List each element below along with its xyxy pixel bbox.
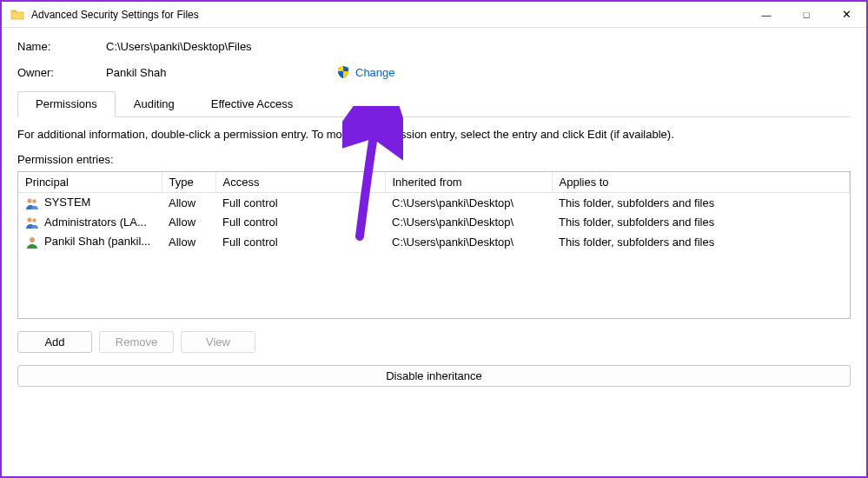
cell-principal: Administrators (LA... [18,213,162,233]
name-label: Name: [17,40,106,53]
owner-value: Pankil Shah [106,66,336,79]
content-area: Name: C:\Users\panki\Desktop\Files Owner… [2,28,866,387]
owner-row: Owner: Pankil Shah Change [17,65,851,79]
principal-text: Pankil Shah (pankil... [44,235,150,248]
cell-type: Allow [162,232,215,252]
tab-permissions[interactable]: Permissions [17,91,116,117]
svg-point-4 [30,237,35,242]
name-row: Name: C:\Users\panki\Desktop\Files [17,40,851,53]
uac-shield-icon [336,65,350,79]
add-button[interactable]: Add [17,331,92,353]
cell-applies: This folder, subfolders and files [552,193,850,213]
cell-access: Full control [215,213,385,233]
view-button: View [181,331,255,353]
table-row[interactable]: Administrators (LA...AllowFull controlC:… [18,213,850,233]
cell-principal: SYSTEM [18,193,162,213]
tab-strip: Permissions Auditing Effective Access [17,91,851,117]
cell-type: Allow [162,193,215,213]
close-button[interactable]: ✕ [826,2,866,27]
col-inherited[interactable]: Inherited from [385,172,552,193]
name-value: C:\Users\panki\Desktop\Files [106,40,252,53]
cell-principal: Pankil Shah (pankil... [18,232,162,252]
svg-point-3 [32,218,36,222]
cell-type: Allow [162,213,215,233]
cell-inherited: C:\Users\panki\Desktop\ [385,232,552,252]
grid-header-row: Principal Type Access Inherited from App… [18,172,850,193]
col-applies[interactable]: Applies to [552,172,850,193]
tab-description: For additional information, double-click… [17,128,851,141]
cell-inherited: C:\Users\panki\Desktop\ [385,213,552,233]
svg-point-1 [32,199,36,202]
cell-inherited: C:\Users\panki\Desktop\ [385,193,552,213]
group-icon [25,196,39,210]
col-principal[interactable]: Principal [18,172,162,193]
folder-icon [10,8,24,22]
group-icon [25,216,39,229]
table-row[interactable]: SYSTEMAllowFull controlC:\Users\panki\De… [18,193,850,213]
principal-text: Administrators (LA... [44,216,147,229]
table-row[interactable]: Pankil Shah (pankil...AllowFull controlC… [18,232,850,252]
entries-label: Permission entries: [17,153,851,166]
col-access[interactable]: Access [215,172,385,193]
principal-text: SYSTEM [44,196,90,209]
remove-button: Remove [99,331,174,353]
title-bar: Advanced Security Settings for Files — □… [2,2,866,28]
owner-label: Owner: [17,66,106,79]
cell-applies: This folder, subfolders and files [552,232,850,252]
cell-access: Full control [215,193,385,213]
svg-point-0 [27,198,31,202]
permission-entries-grid[interactable]: Principal Type Access Inherited from App… [17,171,851,319]
cell-applies: This folder, subfolders and files [552,213,850,233]
tab-auditing[interactable]: Auditing [116,91,193,116]
user-icon [25,236,39,249]
entry-actions: Add Remove View [17,331,851,353]
change-owner-link[interactable]: Change [355,66,395,79]
window-title: Advanced Security Settings for Files [31,9,746,21]
inheritance-actions: Disable inheritance [17,365,851,387]
svg-point-2 [27,218,31,222]
tab-effective-access[interactable]: Effective Access [193,91,311,116]
disable-inheritance-button[interactable]: Disable inheritance [17,365,851,387]
minimize-button[interactable]: — [746,2,786,27]
col-type[interactable]: Type [162,172,215,193]
cell-access: Full control [215,232,385,252]
maximize-button[interactable]: □ [786,2,826,27]
window-controls: — □ ✕ [746,2,866,27]
